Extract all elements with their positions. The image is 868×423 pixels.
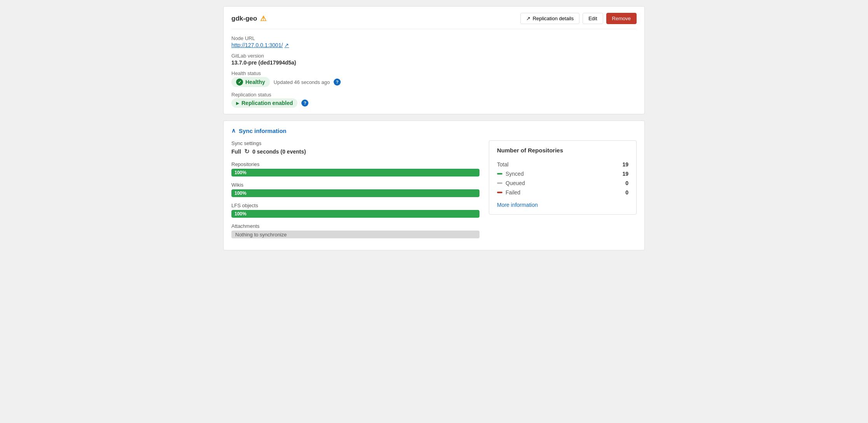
repos-synced-label: Synced: [497, 171, 524, 177]
queued-dot: [497, 182, 502, 184]
health-check-icon: ✓: [236, 79, 243, 86]
repos-card-title: Number of Repositories: [497, 147, 628, 154]
wikis-progress-label: 100%: [234, 191, 247, 196]
lfs-progress-fill: 100%: [231, 210, 480, 218]
sync-settings-detail: 0 seconds (0 events): [252, 149, 306, 155]
repos-queued-label: Queued: [497, 180, 525, 186]
sync-settings-label: Sync settings: [231, 140, 480, 146]
sync-item-attachments: Attachments Nothing to synchronize: [231, 223, 480, 238]
health-badge: ✓ Healthy: [231, 77, 270, 87]
repositories-progress-fill: 100%: [231, 169, 480, 177]
sync-item-repositories: Repositories 100%: [231, 161, 480, 177]
chevron-up-icon: ∧: [231, 127, 236, 134]
attachments-nothing-bar: Nothing to synchronize: [231, 231, 480, 238]
play-icon: ▶: [236, 101, 239, 105]
updated-text: Updated 46 seconds ago: [274, 79, 330, 85]
sync-item-wikis: Wikis 100%: [231, 182, 480, 197]
repositories-progress-bar: 100%: [231, 169, 480, 177]
repos-queued-row: Queued 0: [497, 178, 628, 188]
replication-help-icon[interactable]: ?: [301, 100, 308, 107]
failed-dot: [497, 192, 502, 193]
sync-item-label: Attachments: [231, 223, 480, 229]
sync-body: Sync settings Full ↻ 0 seconds (0 events…: [231, 140, 637, 244]
replication-status-section: Replication status ▶ Replication enabled…: [231, 92, 637, 108]
health-status-section: Health status ✓ Healthy Updated 46 secon…: [231, 70, 637, 87]
external-link-icon: ↗: [284, 42, 289, 48]
repos-total-value: 19: [622, 161, 628, 168]
sync-item-label: Repositories: [231, 161, 480, 167]
remove-button[interactable]: Remove: [606, 13, 637, 24]
sync-item-label: LFS objects: [231, 203, 480, 208]
sync-item-label: Wikis: [231, 182, 480, 188]
repos-failed-row: Failed 0: [497, 188, 628, 197]
gitlab-version-section: GitLab version 13.7.0-pre (ded17994d5a): [231, 53, 637, 66]
warning-icon: ⚠: [260, 14, 266, 23]
repos-card: Number of Repositories Total 19 Synced 1…: [489, 140, 637, 215]
wikis-progress-fill: 100%: [231, 189, 480, 197]
wikis-progress-bar: 100%: [231, 189, 480, 197]
node-title: gdk-geo ⚠: [231, 14, 266, 23]
repos-failed-value: 0: [625, 189, 628, 196]
repositories-progress-label: 100%: [234, 170, 247, 175]
replication-badge-text: Replication enabled: [242, 100, 293, 106]
node-url-label: Node URL: [231, 35, 637, 41]
health-status-label: Health status: [231, 70, 637, 76]
node-info-card: gdk-geo ⚠ ↗ Replication details Edit Rem…: [223, 6, 645, 114]
replication-badge: ▶ Replication enabled: [231, 98, 298, 108]
refresh-icon: ↻: [244, 148, 249, 155]
replication-status-label: Replication status: [231, 92, 637, 98]
more-info-link[interactable]: More information: [497, 202, 538, 208]
repos-total-row: Total 19: [497, 160, 628, 169]
sync-right: Number of Repositories Total 19 Synced 1…: [489, 140, 637, 244]
info-section: Node URL http://127.0.0.1:3001/ ↗ GitLab…: [231, 35, 637, 108]
health-badge-text: Healthy: [245, 79, 265, 85]
header-actions: ↗ Replication details Edit Remove: [520, 13, 637, 24]
replication-row: ▶ Replication enabled ?: [231, 98, 637, 108]
edit-button[interactable]: Edit: [583, 13, 603, 24]
repos-queued-value: 0: [625, 180, 628, 186]
repos-synced-row: Synced 19: [497, 169, 628, 178]
health-row: ✓ Healthy Updated 46 seconds ago ?: [231, 77, 637, 87]
lfs-progress-bar: 100%: [231, 210, 480, 218]
synced-dot: [497, 173, 502, 175]
repos-synced-value: 19: [622, 171, 628, 177]
replication-details-icon: ↗: [526, 16, 530, 21]
repos-failed-label: Failed: [497, 189, 520, 196]
repos-total-label: Total: [497, 161, 509, 168]
attachments-nothing-text: Nothing to synchronize: [235, 232, 287, 238]
node-name: gdk-geo: [231, 15, 257, 23]
replication-details-label: Replication details: [533, 16, 574, 21]
sync-left: Sync settings Full ↻ 0 seconds (0 events…: [231, 140, 480, 244]
lfs-progress-label: 100%: [234, 211, 247, 217]
node-url-text: http://127.0.0.1:3001/: [231, 42, 283, 48]
node-url-link[interactable]: http://127.0.0.1:3001/ ↗: [231, 42, 637, 48]
gitlab-version-value: 13.7.0-pre (ded17994d5a): [231, 59, 637, 66]
health-help-icon[interactable]: ?: [334, 79, 341, 86]
sync-settings-type: Full: [231, 149, 241, 155]
sync-section-title: Sync information: [239, 128, 287, 134]
sync-item-lfs: LFS objects 100%: [231, 203, 480, 218]
node-url-section: Node URL http://127.0.0.1:3001/ ↗: [231, 35, 637, 48]
sync-card: ∧ Sync information Sync settings Full ↻ …: [223, 121, 645, 250]
gitlab-version-label: GitLab version: [231, 53, 637, 59]
sync-settings-value: Full ↻ 0 seconds (0 events): [231, 148, 480, 155]
sync-section-header[interactable]: ∧ Sync information: [231, 127, 637, 134]
replication-details-button[interactable]: ↗ Replication details: [520, 13, 580, 24]
header-top-row: gdk-geo ⚠ ↗ Replication details Edit Rem…: [231, 13, 637, 29]
